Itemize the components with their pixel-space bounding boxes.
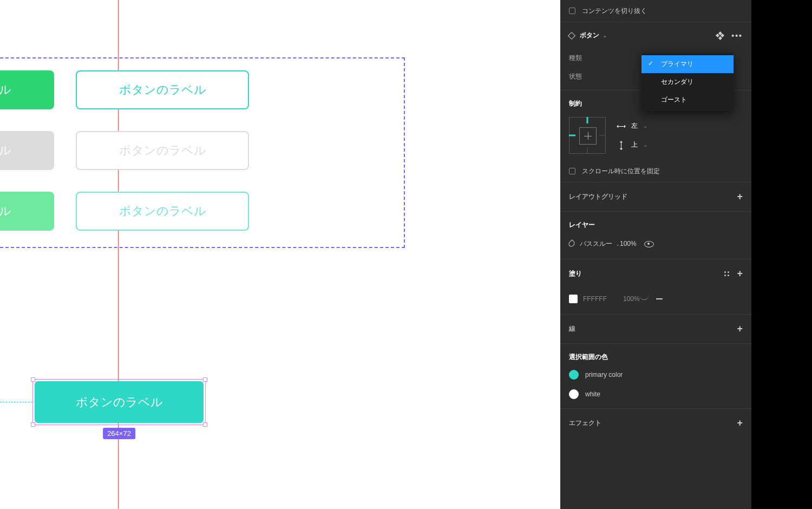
button-label: ボタンのラベル [0,82,11,98]
component-icon [568,31,575,39]
selection-outline [32,379,206,425]
fix-on-scroll-checkbox[interactable] [569,168,575,174]
button-label: ボタンのラベル [119,203,206,219]
fill-styles-icon[interactable] [724,271,729,276]
effects-title: エフェクト [569,419,601,428]
constraint-top-indicator [587,117,588,123]
dimensions-badge: 264×72 [103,428,135,439]
fill-visibility-hidden-icon[interactable] [640,296,649,302]
component-name[interactable]: ボタン [580,31,599,40]
button-ghost-disabled[interactable]: ボタンのラベル [76,131,249,170]
constraint-left-indicator [569,135,575,136]
clip-content-checkbox[interactable] [569,8,575,14]
color-name: white [585,390,600,398]
panel-gutter [751,0,812,509]
constraint-right-dash [599,135,606,136]
blend-mode-select[interactable]: パススルー [580,239,612,249]
fill-header: 塗り + [560,259,751,288]
selection-color-white[interactable]: white [560,384,751,404]
button-label: ボタンのラベル [119,82,206,98]
constraint-horizontal-select[interactable]: ⟷ 左 ⌄ [617,121,647,130]
fill-title: 塗り [569,269,582,278]
dropdown-option-label: プライマリ [661,60,693,68]
dropdown-option-primary[interactable]: ✓ プライマリ [641,55,734,73]
selected-instance[interactable]: ボタンのラベル 264×72 [32,379,206,425]
chevron-down-icon: ⌄ [643,123,647,129]
layout-grid-header[interactable]: レイアウトグリッド + [560,182,751,211]
layer-header: レイヤー [560,212,751,233]
chevron-down-icon[interactable]: ⌄ [615,241,620,247]
selection-color-primary[interactable]: primary color [560,365,751,384]
vertical-icon: ⟷ [618,140,625,149]
resize-handle-br[interactable] [203,422,207,427]
add-fill-icon[interactable]: + [737,268,743,279]
dropdown-option-secondary[interactable]: セカンダリ [641,73,734,91]
dropdown-option-ghost[interactable]: ゴースト [641,91,734,109]
variant-row-default: ボタンのラベル ボタンのラベル [0,70,249,109]
layer-title: レイヤー [569,220,595,230]
variant-row-disabled: ボタンのラベル ボタンのラベル [0,131,249,170]
fill-opacity-input[interactable]: 100% [623,295,640,303]
button-secondary-disabled[interactable]: ボタンのラベル [0,131,54,170]
selection-colors-title: 選択範囲の色 [569,353,608,362]
button-secondary-hover[interactable]: ボタンのラベル [0,192,54,231]
dropdown-option-label: セカンダリ [661,78,693,86]
clip-content-label: コンテンツを切り抜く [582,6,647,16]
layer-opacity-input[interactable]: 100% [620,240,637,247]
component-section-header: ボタン ⌄ ••• [560,22,751,49]
fix-on-scroll-label: スクロール時に位置を固定 [582,167,660,176]
color-name: primary color [585,371,623,379]
variant-type-label: 種類 [569,54,612,63]
go-to-main-component-icon[interactable] [716,32,724,40]
variant-type-dropdown: ✓ プライマリ セカンダリ ゴースト [641,53,734,111]
stroke-header[interactable]: 線 + [560,315,751,343]
add-effect-icon[interactable]: + [737,417,743,429]
fill-swatch[interactable] [569,295,578,303]
button-variants-grid: ボタンのラベル ボタンのラベル ボタンのラベル ボタンのラベル ボタンのラベル … [0,70,249,252]
check-icon: ✓ [648,60,653,67]
color-swatch-primary[interactable] [569,370,579,380]
constraint-vertical-value: 上 [631,140,638,149]
color-swatch-white[interactable] [569,389,579,399]
design-canvas[interactable]: ボタンのラベル ボタンのラベル ボタンのラベル ボタンのラベル ボタンのラベル … [0,0,560,509]
constraints-title: 制約 [569,99,582,108]
effects-header[interactable]: エフェクト + [560,409,751,438]
resize-handle-bl[interactable] [31,422,35,427]
button-ghost-default[interactable]: ボタンのラベル [76,70,249,109]
fill-row: FFFFFF 100% [560,288,751,310]
remove-fill-icon[interactable] [656,298,663,299]
button-ghost-hover[interactable]: ボタンのラベル [76,192,249,231]
fix-on-scroll-row[interactable]: スクロール時に位置を固定 [560,160,751,182]
horizontal-icon: ⟷ [617,122,626,130]
properties-panel: コンテンツを切り抜く ボタン ⌄ ••• 種類 状態 ✓ プライマリ セカンダリ… [560,0,751,509]
layer-blend-row: パススルー ⌄ 100% [560,233,751,255]
button-label: ボタンのラベル [0,142,11,159]
fill-hex-input[interactable]: FFFFFF [583,295,607,303]
constraint-horizontal-value: 左 [631,121,638,130]
chevron-down-icon: ⌄ [643,142,647,148]
resize-handle-tr[interactable] [203,377,207,382]
add-stroke-icon[interactable]: + [737,323,743,335]
visibility-eye-icon[interactable] [644,240,653,247]
button-secondary-default[interactable]: ボタンのラベル [0,70,54,109]
button-label: ボタンのラベル [119,142,206,159]
chevron-down-icon[interactable]: ⌄ [603,32,607,38]
button-label: ボタンのラベル [0,203,11,219]
clip-content-row[interactable]: コンテンツを切り抜く [560,0,751,22]
constraint-vertical-select[interactable]: ⟷ 上 ⌄ [617,140,647,149]
more-icon[interactable]: ••• [731,31,743,40]
selection-colors-header: 選択範囲の色 [560,344,751,365]
blend-mode-icon [567,239,576,248]
stroke-title: 線 [569,324,575,334]
alignment-dash-line [0,402,32,402]
constraints-control: ⟷ 左 ⌄ ⟷ 上 ⌄ [560,110,751,160]
constraint-bottom-dash [587,147,588,154]
variant-row-hover: ボタンのラベル ボタンのラベル [0,192,249,231]
add-layout-grid-icon[interactable]: + [737,191,743,203]
resize-handle-tl[interactable] [31,377,35,382]
constraints-diagram[interactable] [569,117,606,154]
layout-grid-title: レイアウトグリッド [569,192,627,201]
dropdown-option-label: ゴースト [661,96,687,103]
variant-state-label: 状態 [569,72,612,81]
